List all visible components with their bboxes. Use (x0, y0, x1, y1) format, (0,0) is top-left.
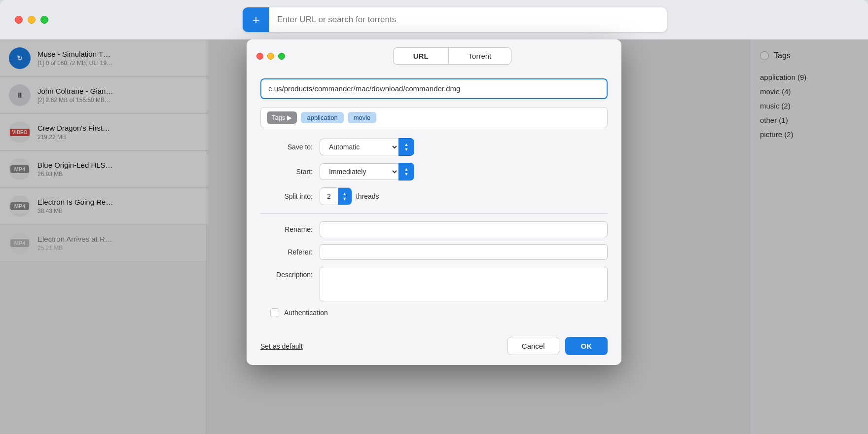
tags-row: Tags ▶ application movie (260, 107, 608, 128)
plus-icon: + (252, 12, 259, 28)
maximize-button[interactable] (40, 16, 48, 24)
tags-button-label: Tags (272, 114, 285, 121)
arrow-down-icon: ▼ (342, 197, 347, 201)
divider (260, 213, 608, 214)
add-download-button[interactable]: + (243, 7, 269, 32)
modal-footer: Set as default Cancel OK (247, 337, 621, 365)
description-textarea[interactable] (320, 267, 608, 301)
rename-row: Rename: (260, 221, 608, 237)
url-input-wrapper (260, 78, 608, 99)
save-to-select-wrapper: Automatic ▲ ▼ (320, 138, 414, 156)
modal-body: Tags ▶ application movie Save to: Automa… (247, 71, 621, 337)
split-into-label: Split into: (260, 192, 320, 200)
arrow-up-icon: ▲ (404, 143, 409, 147)
description-row: Description: (260, 267, 608, 301)
tab-url[interactable]: URL (393, 47, 448, 65)
threads-number-box: 2 ▲ ▼ (320, 187, 352, 205)
threads-number-wrapper: 2 ▲ ▼ threads (320, 187, 379, 205)
referer-label: Referer: (260, 244, 320, 256)
modal-overlay: URL Torrent Tags ▶ (0, 39, 868, 434)
arrow-down-icon: ▼ (404, 147, 409, 152)
authentication-row: Authentication (260, 308, 608, 317)
stepper-arrows: ▲ ▼ (342, 192, 347, 201)
search-input[interactable] (269, 15, 667, 25)
start-label: Start: (260, 168, 320, 176)
threads-number: 2 (320, 189, 338, 204)
modal-tabs: URL Torrent (293, 47, 612, 65)
start-row: Start: Immediately ▲ ▼ (260, 163, 608, 181)
tags-arrow-icon: ▶ (287, 114, 292, 121)
app-window: + ↻ Muse - Simulation T… [1] 0 of 160.72… (0, 0, 868, 434)
rename-label: Rename: (260, 221, 320, 233)
save-to-stepper[interactable]: ▲ ▼ (398, 138, 414, 156)
modal-titlebar: URL Torrent (247, 39, 621, 71)
stepper-arrows: ▲ ▼ (404, 167, 409, 177)
arrow-down-icon: ▼ (404, 172, 409, 177)
set-default-button[interactable]: Set as default (260, 342, 303, 350)
footer-buttons: Cancel OK (507, 337, 608, 355)
modal-maximize-button[interactable] (278, 53, 285, 60)
cancel-button[interactable]: Cancel (507, 337, 559, 355)
referer-row: Referer: (260, 244, 608, 260)
start-select[interactable]: Immediately (320, 163, 398, 180)
close-button[interactable] (15, 16, 23, 24)
stepper-arrows: ▲ ▼ (404, 143, 409, 152)
referer-input[interactable] (320, 244, 608, 260)
save-to-row: Save to: Automatic ▲ ▼ (260, 138, 608, 156)
arrow-up-icon: ▲ (342, 192, 347, 196)
ok-button[interactable]: OK (565, 337, 608, 355)
save-to-select[interactable]: Automatic (320, 139, 398, 155)
add-download-modal: URL Torrent Tags ▶ (247, 39, 621, 365)
authentication-label: Authentication (284, 309, 328, 317)
title-bar: + (0, 0, 868, 39)
tags-toggle-button[interactable]: Tags ▶ (267, 111, 297, 124)
minimize-button[interactable] (28, 16, 36, 24)
search-bar: + (243, 7, 667, 32)
modal-close-button[interactable] (256, 53, 263, 60)
tab-torrent[interactable]: Torrent (448, 47, 512, 65)
start-select-wrapper: Immediately ▲ ▼ (320, 163, 414, 181)
modal-minimize-button[interactable] (267, 53, 274, 60)
rename-input[interactable] (320, 221, 608, 237)
traffic-lights (15, 16, 48, 24)
main-content: ↻ Muse - Simulation T… [1] 0 of 160.72 M… (0, 39, 868, 434)
threads-suffix-label: threads (356, 192, 379, 200)
tag-pill-movie[interactable]: movie (348, 112, 377, 123)
arrow-up-icon: ▲ (404, 167, 409, 172)
tag-pill-application[interactable]: application (301, 112, 343, 123)
start-stepper[interactable]: ▲ ▼ (398, 163, 414, 181)
threads-stepper[interactable]: ▲ ▼ (338, 188, 352, 205)
save-to-label: Save to: (260, 143, 320, 151)
description-label: Description: (260, 267, 320, 279)
split-into-row: Split into: 2 ▲ ▼ (260, 187, 608, 205)
authentication-checkbox[interactable] (270, 308, 279, 317)
modal-traffic-lights (256, 53, 285, 60)
url-input[interactable] (268, 84, 600, 93)
